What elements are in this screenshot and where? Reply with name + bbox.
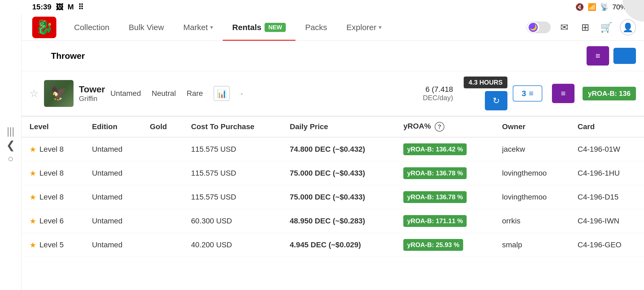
cell-owner-2: lovingthemoo [494, 185, 569, 209]
yroa-help-icon[interactable]: ? [435, 122, 444, 132]
table-row: ★ Level 5 Untamed 40.200 USD 4.945 DEC (… [21, 233, 644, 257]
table-row: ★ Level 6 Untamed 60.300 USD 48.950 DEC … [21, 209, 644, 233]
row-star-0: ★ [30, 145, 36, 154]
col-level: Level [21, 116, 84, 137]
tower-rarity: Rare [187, 89, 203, 98]
col-cost: Cost To Purchase [183, 116, 282, 137]
yroa-badge-2: yROA-B: 136.78 % [403, 191, 467, 203]
mail-icon[interactable]: ✉ [557, 20, 572, 35]
nav-explorer[interactable]: Explorer ▾ [337, 14, 391, 41]
level-label-0: Level 8 [39, 145, 64, 154]
count-stack-button[interactable]: 3 ≡ [513, 85, 542, 102]
tower-griffin-thumbnail: 🦅 [44, 80, 74, 107]
cell-yroa-3: yROA-B: 171.11 % [395, 209, 494, 233]
cell-gold-1 [142, 161, 183, 185]
thrower-card-row: Thrower ≡ [21, 41, 644, 71]
status-wifi-icon: 📶 [588, 3, 596, 11]
cell-edition-0: Untamed [84, 137, 142, 161]
cell-level-2: ★ Level 8 [21, 185, 84, 209]
count-stack-layers-icon: ≡ [529, 89, 534, 98]
tower-stack-layers-icon: ≡ [561, 89, 566, 98]
status-mute-icon: 🔇 [575, 3, 584, 11]
cell-level-1: ★ Level 8 [21, 161, 84, 185]
cell-cost-0: 115.575 USD [183, 137, 282, 161]
col-owner: Owner [494, 116, 569, 137]
cell-level-0: ★ Level 8 [21, 137, 84, 161]
yroa-badge-4: yROA-B: 25.93 % [403, 239, 463, 251]
table-row: ★ Level 8 Untamed 115.575 USD 75.000 DEC… [21, 185, 644, 209]
tower-griffin-row: ☆ 🦅 Tower Griffin Untamed Neutral Rare 📊… [21, 71, 644, 116]
main-content: Thrower ≡ ☆ 🦅 Tower Griffin Untamed Neut… [21, 41, 644, 290]
tower-griffin-subtitle: Griffin [79, 95, 105, 103]
cell-daily-price-4: 4.945 DEC (~$0.029) [282, 233, 396, 257]
nav-items: Collection Bulk View Market ▾ Rentals NE… [64, 14, 526, 41]
level-label-3: Level 6 [39, 217, 64, 225]
thrower-blue-button[interactable] [613, 48, 636, 64]
tower-element: Neutral [152, 89, 176, 98]
cell-gold-4 [142, 233, 183, 257]
cell-owner-1: lovingthemoo [494, 161, 569, 185]
cell-yroa-0: yROA-B: 136.42 % [395, 137, 494, 161]
row-star-3: ★ [30, 217, 36, 226]
cart-icon[interactable]: 🛒 [599, 20, 613, 35]
status-time: 15:39 [32, 3, 52, 11]
logo[interactable]: 🐉 [30, 15, 59, 39]
tower-dash: - [240, 89, 243, 98]
cell-edition-4: Untamed [84, 233, 142, 257]
nav-explorer-chevron: ▾ [379, 24, 382, 31]
nav-bulk-view[interactable]: Bulk View [119, 14, 174, 41]
cell-daily-price-1: 75.000 DEC (~$0.433) [282, 161, 396, 185]
status-bar: 15:39 🖼 M ⠿ 🔇 📶 📡 70% 🔋 [0, 0, 644, 14]
tower-favorite-star[interactable]: ☆ [30, 88, 39, 99]
tower-yroa-label: yROA-B: 136 [588, 89, 631, 97]
nav-explorer-label: Explorer [346, 23, 376, 32]
stack-layers-icon: ≡ [595, 51, 600, 60]
hours-tooltip: 4.3 HOURS [464, 77, 507, 88]
user-avatar[interactable]: 👤 [620, 19, 636, 35]
cell-edition-1: Untamed [84, 161, 142, 185]
cell-daily-price-3: 48.950 DEC (~$0.283) [282, 209, 396, 233]
status-photo-icon: 🖼 [56, 3, 63, 12]
table-row: ★ Level 8 Untamed 115.575 USD 74.800 DEC… [21, 137, 644, 161]
back-chevron-icon: ❮ [6, 139, 15, 151]
tower-chart-icon[interactable]: 📊 [214, 86, 230, 101]
nav-bulk-view-label: Bulk View [129, 23, 164, 32]
cell-level-3: ★ Level 6 [21, 209, 84, 233]
nav-packs[interactable]: Packs [295, 14, 337, 41]
col-card: Card [569, 116, 644, 137]
cell-cost-2: 115.575 USD [183, 185, 282, 209]
nav-market[interactable]: Market ▾ [174, 14, 223, 41]
cell-yroa-2: yROA-B: 136.78 % [395, 185, 494, 209]
cell-card-4: C4-196-GEO [569, 233, 644, 257]
thrower-card-name: Thrower [51, 51, 85, 61]
dark-mode-toggle[interactable]: 🌙 [526, 21, 551, 33]
thrower-stack-button[interactable]: ≡ [587, 46, 609, 66]
thrower-right-actions: ≡ [587, 46, 636, 66]
level-label-2: Level 8 [39, 193, 64, 201]
col-yroa: yROA% ? [395, 116, 494, 137]
tower-yroa-button[interactable]: yROA-B: 136 [583, 87, 636, 100]
cell-daily-price-2: 75.000 DEC (~$0.433) [282, 185, 396, 209]
cell-gold-2 [142, 185, 183, 209]
layers-icon[interactable]: ⊞ [578, 20, 592, 35]
nav-collection[interactable]: Collection [64, 14, 119, 41]
nav-market-chevron: ▾ [210, 24, 213, 31]
cell-cost-3: 60.300 USD [183, 209, 282, 233]
rentals-new-badge: NEW [265, 23, 286, 32]
tower-dec-rate: DEC/day) [423, 94, 453, 102]
tower-griffin-title: Tower [79, 84, 105, 95]
cell-yroa-1: yROA-B: 136.78 % [395, 161, 494, 185]
status-dots-icon: ⠿ [78, 3, 84, 12]
cell-gold-3 [142, 209, 183, 233]
logo-image: 🐉 [32, 17, 56, 38]
col-daily-price: Daily Price [282, 116, 396, 137]
nav-rentals[interactable]: Rentals NEW [223, 14, 296, 41]
back-arrow-button[interactable]: ❮ [0, 134, 21, 156]
tower-stack-button[interactable]: ≡ [552, 84, 575, 103]
row-star-1: ★ [30, 169, 36, 178]
col-edition: Edition [84, 116, 142, 137]
refresh-button[interactable]: ↻ [485, 91, 507, 110]
cell-card-2: C4-196-D15 [569, 185, 644, 209]
navigation-bar: 🐉 Collection Bulk View Market ▾ Rentals … [21, 14, 644, 41]
tower-edition: Untamed [111, 89, 141, 98]
